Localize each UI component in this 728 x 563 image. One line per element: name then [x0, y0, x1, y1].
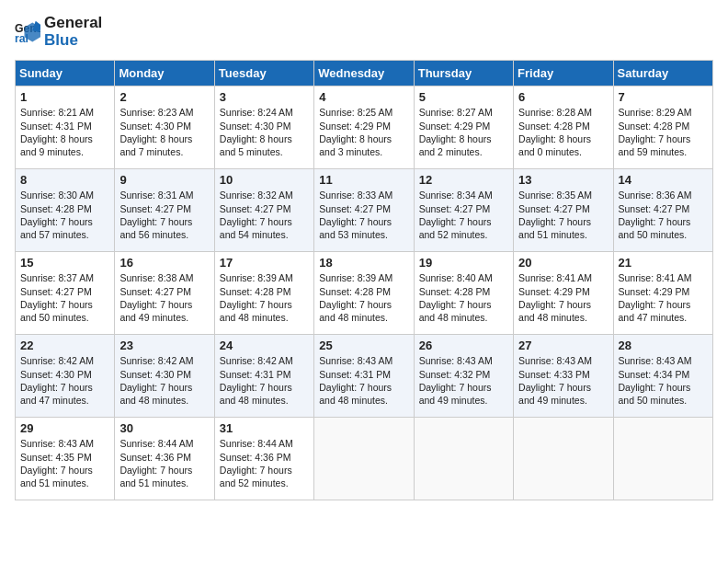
calendar-cell: 27Sunrise: 8:43 AMSunset: 4:33 PMDayligh… — [514, 335, 613, 418]
day-number: 31 — [220, 421, 309, 435]
cell-info: Sunrise: 8:37 AMSunset: 4:27 PMDaylight:… — [20, 271, 109, 324]
calendar-cell: 22Sunrise: 8:42 AMSunset: 4:30 PMDayligh… — [16, 335, 115, 418]
day-number: 3 — [220, 90, 309, 104]
calendar-cell: 15Sunrise: 8:37 AMSunset: 4:27 PMDayligh… — [16, 252, 115, 335]
week-row-2: 8Sunrise: 8:30 AMSunset: 4:28 PMDaylight… — [16, 169, 713, 252]
day-number: 29 — [20, 421, 109, 435]
calendar-cell: 7Sunrise: 8:29 AMSunset: 4:28 PMDaylight… — [613, 86, 712, 169]
day-number: 13 — [518, 173, 608, 187]
calendar-cell: 24Sunrise: 8:42 AMSunset: 4:31 PMDayligh… — [214, 335, 313, 418]
cell-info: Sunrise: 8:39 AMSunset: 4:28 PMDaylight:… — [220, 271, 309, 324]
calendar-table: SundayMondayTuesdayWednesdayThursdayFrid… — [15, 60, 713, 500]
day-number: 10 — [220, 173, 309, 187]
cell-info: Sunrise: 8:21 AMSunset: 4:31 PMDaylight:… — [20, 106, 109, 158]
day-number: 27 — [518, 339, 608, 352]
col-header-friday: Friday — [514, 61, 613, 86]
calendar-cell — [514, 418, 613, 500]
cell-info: Sunrise: 8:40 AMSunset: 4:28 PMDaylight:… — [419, 271, 508, 324]
day-number: 28 — [619, 339, 708, 352]
cell-info: Sunrise: 8:42 AMSunset: 4:30 PMDaylight:… — [119, 354, 209, 407]
day-number: 15 — [20, 256, 109, 270]
day-number: 25 — [319, 339, 408, 352]
calendar-cell: 11Sunrise: 8:33 AMSunset: 4:27 PMDayligh… — [314, 169, 414, 252]
calendar-cell: 23Sunrise: 8:42 AMSunset: 4:30 PMDayligh… — [115, 335, 214, 418]
header-row: SundayMondayTuesdayWednesdayThursdayFrid… — [16, 61, 713, 86]
calendar-cell: 28Sunrise: 8:43 AMSunset: 4:34 PMDayligh… — [613, 335, 712, 418]
cell-info: Sunrise: 8:32 AMSunset: 4:27 PMDaylight:… — [220, 189, 309, 241]
cell-info: Sunrise: 8:24 AMSunset: 4:30 PMDaylight:… — [220, 106, 309, 158]
cell-info: Sunrise: 8:36 AMSunset: 4:27 PMDaylight:… — [619, 189, 708, 241]
cell-info: Sunrise: 8:41 AMSunset: 4:29 PMDaylight:… — [518, 271, 608, 324]
col-header-tuesday: Tuesday — [214, 61, 313, 86]
day-number: 30 — [119, 421, 209, 435]
calendar-cell: 14Sunrise: 8:36 AMSunset: 4:27 PMDayligh… — [613, 169, 712, 252]
week-row-5: 29Sunrise: 8:43 AMSunset: 4:35 PMDayligh… — [16, 418, 713, 500]
cell-info: Sunrise: 8:44 AMSunset: 4:36 PMDaylight:… — [220, 437, 309, 489]
day-number: 12 — [419, 173, 508, 187]
day-number: 19 — [419, 256, 508, 270]
calendar-cell: 31Sunrise: 8:44 AMSunset: 4:36 PMDayligh… — [214, 418, 313, 500]
calendar-cell: 9Sunrise: 8:31 AMSunset: 4:27 PMDaylight… — [115, 169, 214, 252]
cell-info: Sunrise: 8:34 AMSunset: 4:27 PMDaylight:… — [419, 189, 508, 241]
col-header-sunday: Sunday — [16, 61, 115, 86]
week-row-1: 1Sunrise: 8:21 AMSunset: 4:31 PMDaylight… — [16, 86, 713, 169]
calendar-cell — [414, 418, 513, 500]
cell-info: Sunrise: 8:25 AMSunset: 4:29 PMDaylight:… — [319, 106, 408, 158]
day-number: 8 — [20, 173, 109, 187]
calendar-cell: 29Sunrise: 8:43 AMSunset: 4:35 PMDayligh… — [16, 418, 115, 500]
day-number: 5 — [419, 90, 508, 104]
cell-info: Sunrise: 8:38 AMSunset: 4:27 PMDaylight:… — [119, 271, 209, 324]
day-number: 24 — [220, 339, 309, 352]
day-number: 16 — [119, 256, 209, 270]
cell-info: Sunrise: 8:39 AMSunset: 4:28 PMDaylight:… — [319, 271, 408, 324]
day-number: 4 — [319, 90, 408, 104]
calendar-cell: 18Sunrise: 8:39 AMSunset: 4:28 PMDayligh… — [314, 252, 414, 335]
day-number: 1 — [20, 90, 109, 104]
col-header-monday: Monday — [115, 61, 214, 86]
logo-icon: Gene ral — [15, 19, 40, 45]
day-number: 6 — [518, 90, 608, 104]
day-number: 9 — [119, 173, 209, 187]
day-number: 23 — [119, 339, 209, 352]
cell-info: Sunrise: 8:42 AMSunset: 4:31 PMDaylight:… — [220, 354, 309, 407]
week-row-3: 15Sunrise: 8:37 AMSunset: 4:27 PMDayligh… — [16, 252, 713, 335]
cell-info: Sunrise: 8:29 AMSunset: 4:28 PMDaylight:… — [619, 106, 708, 158]
day-number: 11 — [319, 173, 408, 187]
calendar-cell: 12Sunrise: 8:34 AMSunset: 4:27 PMDayligh… — [414, 169, 513, 252]
cell-info: Sunrise: 8:43 AMSunset: 4:33 PMDaylight:… — [518, 354, 608, 407]
calendar-cell: 1Sunrise: 8:21 AMSunset: 4:31 PMDaylight… — [16, 86, 115, 169]
cell-info: Sunrise: 8:41 AMSunset: 4:29 PMDaylight:… — [619, 271, 708, 324]
day-number: 14 — [619, 173, 708, 187]
logo-text-general: General — [44, 15, 102, 32]
day-number: 17 — [220, 256, 309, 270]
col-header-thursday: Thursday — [414, 61, 513, 86]
col-header-saturday: Saturday — [613, 61, 712, 86]
col-header-wednesday: Wednesday — [314, 61, 414, 86]
logo-text-blue: Blue — [44, 32, 102, 50]
day-number: 2 — [119, 90, 209, 104]
calendar-cell: 25Sunrise: 8:43 AMSunset: 4:31 PMDayligh… — [314, 335, 414, 418]
calendar-cell: 20Sunrise: 8:41 AMSunset: 4:29 PMDayligh… — [514, 252, 613, 335]
day-number: 21 — [619, 256, 708, 270]
cell-info: Sunrise: 8:42 AMSunset: 4:30 PMDaylight:… — [20, 354, 109, 407]
cell-info: Sunrise: 8:33 AMSunset: 4:27 PMDaylight:… — [319, 189, 408, 241]
cell-info: Sunrise: 8:30 AMSunset: 4:28 PMDaylight:… — [20, 189, 109, 241]
week-row-4: 22Sunrise: 8:42 AMSunset: 4:30 PMDayligh… — [16, 335, 713, 418]
day-number: 26 — [419, 339, 508, 352]
day-number: 22 — [20, 339, 109, 352]
day-number: 20 — [518, 256, 608, 270]
calendar-cell — [314, 418, 414, 500]
cell-info: Sunrise: 8:31 AMSunset: 4:27 PMDaylight:… — [119, 189, 209, 241]
logo: Gene ral General Blue — [15, 15, 102, 49]
calendar-cell: 30Sunrise: 8:44 AMSunset: 4:36 PMDayligh… — [115, 418, 214, 500]
cell-info: Sunrise: 8:44 AMSunset: 4:36 PMDaylight:… — [119, 437, 209, 489]
calendar-cell: 5Sunrise: 8:27 AMSunset: 4:29 PMDaylight… — [414, 86, 513, 169]
cell-info: Sunrise: 8:43 AMSunset: 4:31 PMDaylight:… — [319, 354, 408, 407]
cell-info: Sunrise: 8:28 AMSunset: 4:28 PMDaylight:… — [518, 106, 608, 158]
calendar-cell: 21Sunrise: 8:41 AMSunset: 4:29 PMDayligh… — [613, 252, 712, 335]
cell-info: Sunrise: 8:23 AMSunset: 4:30 PMDaylight:… — [119, 106, 209, 158]
calendar-cell: 2Sunrise: 8:23 AMSunset: 4:30 PMDaylight… — [115, 86, 214, 169]
calendar-cell: 3Sunrise: 8:24 AMSunset: 4:30 PMDaylight… — [214, 86, 313, 169]
day-number: 7 — [619, 90, 708, 104]
day-number: 18 — [319, 256, 408, 270]
